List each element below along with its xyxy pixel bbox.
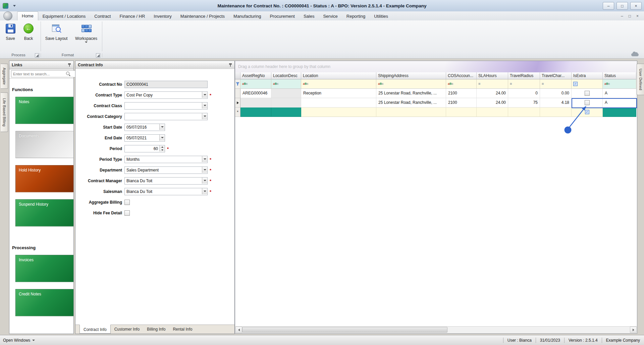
ribbon-tab-procurement[interactable]: Procurement (265, 12, 299, 20)
salesman-field[interactable]: Bianca Du Toit (124, 188, 208, 195)
ribbon-tab-maintenance-projects[interactable]: Maintenance / Projects (176, 12, 229, 20)
grid-cell-isextra[interactable] (572, 89, 603, 98)
grid-cell-assetregno[interactable]: AREG000046 (240, 89, 271, 98)
cloud-icon[interactable] (631, 53, 639, 56)
ribbon-tab-contract[interactable]: Contract (90, 12, 115, 20)
ribbon-tab-service[interactable]: Service (319, 12, 342, 20)
start-date-field[interactable]: 05/07/2016 (124, 124, 165, 131)
grid-cell-travelradius[interactable]: 0 (508, 89, 540, 98)
links-button-credit-notes[interactable]: Credit Notes (15, 289, 73, 316)
grid-cell-assetregno[interactable] (240, 98, 271, 108)
filter-cell-slahours[interactable]: = (477, 79, 508, 89)
workspaces-button[interactable]: Workspaces (72, 23, 101, 43)
aggregate-billing-checkbox[interactable] (124, 200, 130, 205)
scroll-left-button[interactable] (235, 327, 242, 333)
scrollbar-track[interactable] (242, 327, 630, 333)
ribbon-tab-inventory[interactable]: Inventory (149, 12, 176, 20)
grid-cell-slahours[interactable]: 24.00 (477, 98, 508, 108)
grid-cell-travelchar[interactable]: 0.00 (540, 89, 572, 98)
mdi-minimize-button[interactable]: – (621, 14, 623, 18)
open-windows-dropdown[interactable]: Open Windows (3, 338, 35, 343)
isextra-checkbox[interactable] (585, 100, 590, 105)
ribbon-tab-reporting[interactable]: Reporting (342, 12, 370, 20)
column-header-slahours[interactable]: SLAHours (477, 72, 508, 79)
links-button-documents[interactable]: Documents (15, 131, 73, 158)
column-header-cosaccoun[interactable]: COSAccoun... (446, 72, 477, 79)
ribbon-tab-utilities[interactable]: Utilities (370, 12, 392, 20)
new-row-cell-status[interactable] (603, 108, 636, 117)
department-field[interactable]: Sales Department (124, 166, 208, 174)
grid-cell-location[interactable]: Reception (301, 89, 376, 98)
grid-cell-location[interactable] (301, 98, 376, 108)
filter-cell-locationdesc[interactable]: aBc (271, 79, 301, 89)
tab-billing-info[interactable]: Billing Info (143, 325, 169, 334)
save-button[interactable]: Save (2, 23, 19, 41)
new-row-cell-cosaccoun[interactable] (446, 108, 477, 117)
grid-cell-slahours[interactable]: 24.00 (477, 89, 508, 98)
new-row-cell-isextra[interactable]: ✓ (572, 108, 603, 117)
grid-cell-locationdesc[interactable] (271, 98, 301, 108)
column-header-locationdesc[interactable]: LocationDesc (271, 72, 301, 79)
hide-fee-detail-checkbox[interactable] (124, 210, 130, 216)
links-button-invoices[interactable]: Invoices (15, 255, 73, 282)
dropdown-button[interactable] (202, 156, 207, 162)
dropdown-button[interactable] (159, 124, 165, 130)
column-header-isextra[interactable]: IsExtra (572, 72, 603, 79)
spin-down-button[interactable] (160, 148, 165, 151)
new-row-cell-travelradius[interactable] (508, 108, 540, 117)
end-date-field[interactable]: 05/07/2021 (124, 134, 165, 142)
column-header-travelchar[interactable]: TravelChar... (540, 72, 572, 79)
links-button-suspend-history[interactable]: Suspend History (15, 199, 73, 226)
grid-cell-shippingaddress[interactable]: 25 Lonestar Road, Ranchville, ... (376, 89, 446, 98)
grid-cell-isextra[interactable] (572, 98, 603, 108)
ribbon-tab-finance-hr[interactable]: Finance / HR (115, 12, 149, 20)
column-header-travelradius[interactable]: TravelRadius (508, 72, 540, 79)
new-row-indicator[interactable]: * (235, 108, 240, 117)
grid-cell-locationdesc[interactable] (271, 89, 301, 98)
dropdown-button[interactable] (202, 113, 207, 119)
grid-cell-status[interactable]: A (603, 98, 636, 108)
dropdown-button[interactable] (202, 167, 207, 173)
close-button[interactable]: × (630, 2, 642, 10)
scroll-right-button[interactable] (630, 327, 637, 333)
side-tab-life-based-billing[interactable]: Life Based Billing (1, 92, 8, 132)
dropdown-button[interactable] (202, 178, 207, 184)
dropdown-button[interactable] (202, 92, 207, 98)
dropdown-button[interactable] (159, 135, 165, 141)
pin-icon[interactable] (229, 63, 232, 67)
new-row-cell-locationdesc[interactable] (271, 108, 301, 117)
column-header-shippingaddress[interactable]: ShippingAddress (376, 72, 446, 79)
ribbon-tab-home[interactable]: Home (17, 11, 38, 20)
pin-icon[interactable] (68, 63, 71, 67)
side-tab-user-defined[interactable]: User Defined (637, 64, 644, 95)
tab-customer-info[interactable]: Customer Info (111, 325, 143, 334)
mdi-maximize-button[interactable]: □ (629, 14, 631, 18)
links-button-notes[interactable]: Notes (15, 97, 73, 124)
filter-cell-assetregno[interactable]: aBc (240, 79, 271, 89)
ribbon-tab-sales[interactable]: Sales (299, 12, 319, 20)
filter-cell-status[interactable]: aBc (603, 79, 636, 89)
filter-cell-cosaccoun[interactable]: aBc (446, 79, 477, 89)
ribbon-tab-manufacturing[interactable]: Manufacturing (229, 12, 265, 20)
filter-cell-location[interactable]: aBc (301, 79, 376, 89)
filter-cell-travelradius[interactable]: = (508, 79, 540, 89)
dropdown-button[interactable] (202, 188, 207, 194)
filter-cell-isextra[interactable]: ✓ (572, 79, 603, 89)
filter-cell-shippingaddress[interactable]: aBc (376, 79, 446, 89)
grid-cell-travelradius[interactable]: 75 (508, 98, 540, 108)
dropdown-button[interactable] (202, 102, 207, 109)
row-indicator[interactable] (235, 89, 240, 98)
group-by-panel[interactable]: Drag a column header here to group by th… (235, 61, 637, 72)
grid-cell-shippingaddress[interactable]: 25 Lonestar Road, Ranchville, ... (376, 98, 446, 108)
grid-cell-status[interactable]: A (603, 89, 636, 98)
row-indicator[interactable] (235, 98, 240, 108)
isextra-checkbox[interactable] (585, 91, 590, 96)
maximize-button[interactable]: □ (616, 2, 628, 10)
quick-access-caret-icon[interactable] (13, 5, 16, 7)
new-row-cell-travelchar[interactable] (540, 108, 572, 117)
new-row-cell-slahours[interactable] (477, 108, 508, 117)
new-row-cell-location[interactable] (301, 108, 376, 117)
new-row-cell-assetregno[interactable] (240, 108, 271, 117)
scrollbar-thumb[interactable] (242, 327, 447, 333)
spin-up-button[interactable] (160, 145, 165, 148)
